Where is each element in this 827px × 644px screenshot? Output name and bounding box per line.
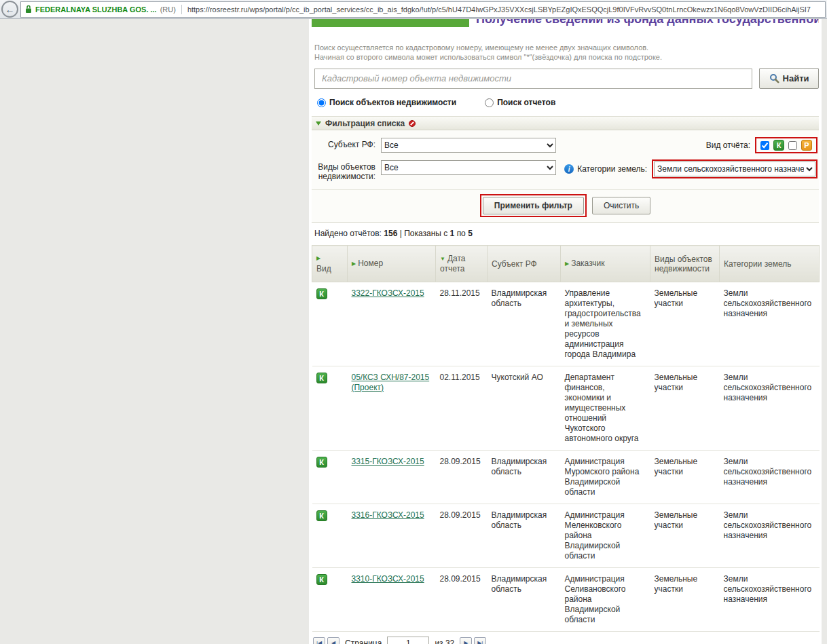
report-type-p-checkbox[interactable] xyxy=(788,141,797,150)
filter-alert-icon xyxy=(409,120,416,127)
info-icon[interactable] xyxy=(564,164,574,174)
radio-search-reports[interactable] xyxy=(485,98,494,107)
report-date-cell: 28.09.2015 xyxy=(436,568,488,632)
subject-select[interactable]: Все xyxy=(381,138,556,153)
results-shown-from: 1 xyxy=(450,229,455,238)
object-types-cell: Земельные участки xyxy=(650,504,720,568)
sort-asc-icon: ▶ xyxy=(352,259,356,269)
column-header[interactable]: ▶Вид xyxy=(312,246,348,282)
apply-filter-highlight-box: Применить фильтр xyxy=(480,194,587,217)
filter-section-title: Фильтрация списка xyxy=(325,119,405,128)
object-types-cell: Земельные участки xyxy=(650,568,720,632)
column-header[interactable]: ▼Дата отчета xyxy=(436,246,488,282)
total-pages-label: из 32 xyxy=(435,639,454,644)
report-date-cell: 02.11.2015 xyxy=(436,366,488,451)
report-number-link[interactable]: 3315-ГКОЗСХ-2015 xyxy=(352,457,424,466)
results-found-label: Найдено отчётов: xyxy=(314,229,382,238)
report-number-link[interactable]: 3310-ГКОЗСХ-2015 xyxy=(352,574,424,584)
subject-cell: Владимирская область xyxy=(488,568,561,632)
table-row: К3310-ГКОЗСХ-201528.09.2015Владимирская … xyxy=(312,568,820,632)
pagination: |◀ ◀ Страница из 32 ▶ ▶| xyxy=(312,632,819,644)
report-number-cell: 05/КСЗ СХН/87-2015 (Проект) xyxy=(348,366,436,451)
radio-search-reports-label: Поиск отчетов xyxy=(497,98,555,107)
filter-buttons-row: Применить фильтр Очистить xyxy=(312,189,819,222)
report-type-cell: К xyxy=(312,451,348,504)
report-date-cell: 28.09.2015 xyxy=(436,451,488,504)
report-type-k-checkbox[interactable] xyxy=(760,141,769,150)
report-number-link[interactable]: 05/КСЗ СХН/87-2015 (Проект) xyxy=(352,373,430,392)
column-header[interactable]: ▶Номер xyxy=(348,246,436,282)
land-category-cell: Земли сельскохозяйственного назначения xyxy=(720,568,820,632)
sort-desc-icon: ▼ xyxy=(440,254,445,264)
radio-search-objects[interactable] xyxy=(317,98,326,107)
page-background: Получение сведений из фонда данных госуд… xyxy=(0,19,827,644)
land-category-highlight-box: Земли сельскохозяйственного назначения xyxy=(652,159,817,178)
lock-icon xyxy=(25,5,32,14)
customer-cell: Администрация Селивановского района Влад… xyxy=(561,568,650,632)
column-header-label: Субъект РФ xyxy=(492,259,537,269)
object-types-cell: Земельные участки xyxy=(650,366,720,451)
page-number-input[interactable] xyxy=(387,637,429,644)
object-types-select[interactable]: Все xyxy=(381,160,556,175)
object-types-cell: Земельные участки xyxy=(650,282,720,366)
table-row: К3315-ГКОЗСХ-201528.09.2015Владимирская … xyxy=(312,451,820,504)
site-region: (RU) xyxy=(160,5,176,14)
content-panel: Получение сведений из фонда данных госуд… xyxy=(309,19,822,644)
search-hint-line2: Начиная со второго символа может использ… xyxy=(314,52,819,62)
results-shown-prefix: Показаны с xyxy=(404,229,447,238)
url-text: https://rosreestr.ru/wps/portal/p/cc_ib_… xyxy=(187,5,811,14)
back-button[interactable]: ← xyxy=(1,1,18,18)
search-hint-line1: Поиск осуществляется по кадастровому ном… xyxy=(314,43,819,52)
land-category-cell: Земли сельскохозяйственного назначения xyxy=(720,366,820,451)
report-type-k-icon: К xyxy=(316,288,327,299)
search-objects-option[interactable]: Поиск объектов недвижимости xyxy=(317,98,456,107)
results-separator: | xyxy=(400,229,402,238)
sort-asc-icon: ▶ xyxy=(316,254,341,263)
address-separator xyxy=(181,5,182,14)
report-number-link[interactable]: 3316-ГКОЗСХ-2015 xyxy=(352,510,424,520)
k-badge-icon: К xyxy=(773,140,784,151)
next-page-button[interactable]: ▶ xyxy=(460,637,472,644)
object-types-cell: Земельные участки xyxy=(650,451,720,504)
results-shown-to: 5 xyxy=(468,229,473,238)
page-title: Получение сведений из фонда данных госуд… xyxy=(476,19,819,27)
subject-cell: Владимирская область xyxy=(488,451,561,504)
column-header[interactable]: ▶Заказчик xyxy=(561,246,650,282)
search-reports-option[interactable]: Поиск отчетов xyxy=(485,98,555,107)
report-number-cell: 3315-ГКОЗСХ-2015 xyxy=(348,451,436,504)
last-page-button[interactable]: ▶| xyxy=(474,637,486,644)
column-header[interactable]: Категории земель xyxy=(720,246,820,282)
header-green-bar xyxy=(312,19,469,27)
filter-section-header[interactable]: Фильтрация списка xyxy=(312,116,819,130)
subject-cell: Владимирская область xyxy=(488,504,561,568)
report-number-link[interactable]: 3322-ГКОЗСХ-2015 xyxy=(352,288,424,298)
find-button[interactable]: Найти xyxy=(759,68,819,89)
subject-cell: Владимирская область xyxy=(488,282,561,366)
report-type-cell: К xyxy=(312,282,348,366)
land-category-select[interactable]: Земли сельскохозяйственного назначения xyxy=(654,162,815,176)
site-identity: FEDERALNAYA SLUZHBA GOS. ... xyxy=(35,5,157,14)
first-page-button[interactable]: |◀ xyxy=(313,637,325,644)
report-type-cell: К xyxy=(312,568,348,632)
subject-label: Субъект РФ: xyxy=(313,137,381,149)
table-body: К3322-ГКОЗСХ-201528.11.2015Владимирская … xyxy=(312,282,820,632)
table-row: К05/КСЗ СХН/87-2015 (Проект)02.11.2015Чу… xyxy=(312,366,820,451)
clear-filter-button[interactable]: Очистить xyxy=(592,197,650,214)
apply-filter-button[interactable]: Применить фильтр xyxy=(483,197,584,214)
cadastral-number-input[interactable] xyxy=(314,69,752,89)
column-header-label: Виды объектов недвижимости xyxy=(655,254,712,273)
report-type-cell: К xyxy=(312,504,348,568)
back-arrow-icon: ← xyxy=(5,4,15,15)
land-category-label: Категории земель: xyxy=(577,164,647,174)
report-number-cell: 3316-ГКОЗСХ-2015 xyxy=(348,504,436,568)
subject-cell: Чукотский АО xyxy=(488,366,561,451)
column-header[interactable]: Субъект РФ xyxy=(488,246,561,282)
column-header-label: Номер xyxy=(358,259,383,268)
column-header[interactable]: Виды объектов недвижимости xyxy=(650,246,720,282)
filter-row-1: Субъект РФ: Все Вид отчёта: К Р xyxy=(313,137,817,153)
report-type-cell: К xyxy=(312,366,348,451)
address-bar[interactable]: FEDERALNAYA SLUZHBA GOS. ... (RU) https:… xyxy=(20,1,826,18)
prev-page-button[interactable]: ◀ xyxy=(327,637,339,644)
filter-row-2: Виды объектов недвижимости: Все Категори… xyxy=(313,159,817,181)
report-type-k-icon: К xyxy=(316,373,327,383)
